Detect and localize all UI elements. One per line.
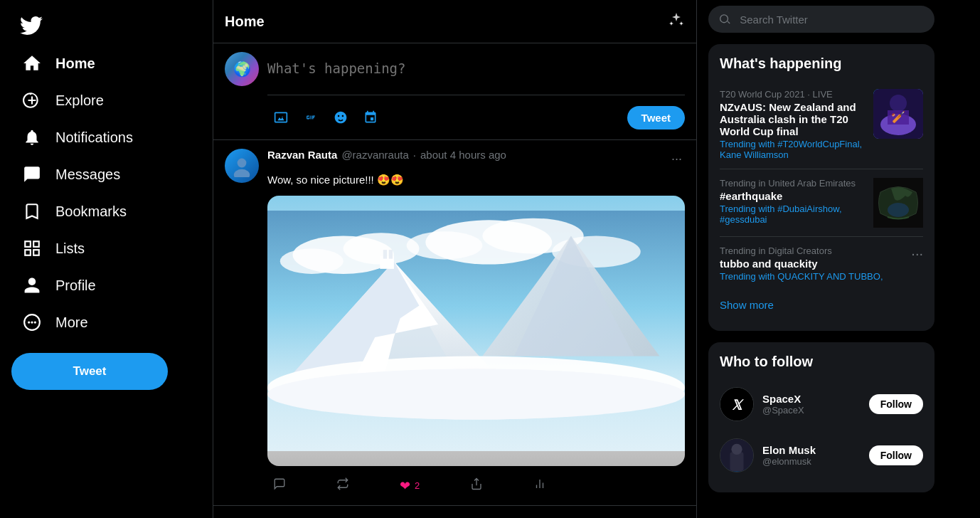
heart-icon: ❤ [400, 478, 410, 494]
trend-2-header: Trending in United Arab Emirates #earthq… [720, 178, 923, 228]
spacex-info: SpaceX @SpaceX [762, 393, 861, 416]
whats-happening-widget: What's happening T20 World Cup 2021 · LI… [708, 44, 934, 331]
svg-point-13 [280, 248, 343, 274]
analytics-button[interactable] [528, 475, 552, 497]
sidebar-item-lists[interactable]: Lists [11, 231, 201, 266]
svg-point-35 [888, 203, 909, 217]
sidebar-item-home[interactable]: Home [11, 46, 201, 81]
svg-rect-39 [730, 452, 743, 471]
search-wrap [708, 6, 934, 33]
tweet-author-name: Razvan Rauta [267, 149, 337, 161]
elon-info: Elon Musk @elonmusk [762, 444, 861, 467]
who-to-follow-widget: Who to follow 𝕏 SpaceX @SpaceX Follow El… [708, 342, 934, 492]
svg-rect-25 [383, 250, 387, 258]
tweet-card: Razvan Rauta @razvanrauta · about 4 hour… [213, 140, 696, 506]
compose-input[interactable] [267, 52, 685, 95]
profile-icon [23, 276, 41, 295]
trend-2-name: #earthquake [720, 190, 873, 202]
explore-label: Explore [55, 92, 104, 109]
search-input[interactable] [740, 14, 923, 26]
twitter-logo[interactable] [11, 6, 201, 43]
user-avatar: 🌍 [225, 52, 259, 86]
tweet-image[interactable] [267, 196, 685, 466]
share-icon [470, 477, 483, 494]
compose-box: 🌍 Tweet [213, 43, 696, 140]
elon-handle: @elonmusk [762, 456, 861, 467]
profile-label: Profile [55, 278, 96, 294]
spacex-name: SpaceX [762, 393, 861, 405]
bookmarks-icon [23, 202, 41, 221]
trend-item-2[interactable]: Trending in United Arab Emirates #earthq… [720, 169, 923, 237]
trend-item-1[interactable]: T20 World Cup 2021 · LIVE NZvAUS: New Ze… [720, 80, 923, 169]
trend-2-meta: Trending with #DubaiAirshow, #gessdubai [720, 204, 873, 225]
follow-item-elon: Elon Musk @elonmusk Follow [720, 430, 923, 481]
compose-tools [267, 104, 384, 131]
whats-happening-title: What's happening [720, 56, 923, 72]
compose-toolbar: Tweet [267, 104, 685, 131]
notifications-label: Notifications [55, 130, 133, 146]
spacex-avatar: 𝕏 [720, 387, 754, 421]
feed-title: Home [225, 14, 265, 30]
sparkle-icon[interactable] [668, 11, 685, 31]
tweet-top: Razvan Rauta @razvanrauta · about 4 hour… [225, 149, 685, 497]
reply-icon [273, 477, 286, 494]
main-feed: Home 🌍 [213, 0, 697, 518]
like-button[interactable]: ❤ 2 [394, 475, 425, 497]
show-more-link[interactable]: Show more [720, 290, 923, 319]
gif-tool[interactable] [297, 104, 324, 131]
tweet-button[interactable]: Tweet [11, 353, 168, 390]
sidebar-item-notifications[interactable]: Notifications [11, 120, 201, 155]
trend-1-meta: Trending with #T20WorldCupFinal, Kane Wi… [720, 139, 873, 160]
tweet-header: Razvan Rauta @razvanrauta · about 4 hour… [267, 149, 685, 169]
feed-header: Home [213, 0, 696, 43]
tweet-more-button[interactable]: ··· [669, 149, 685, 169]
sidebar-item-bookmarks[interactable]: Bookmarks [11, 194, 201, 229]
trend-item-3[interactable]: Trending in Digital Creators tubbo and q… [720, 237, 923, 290]
trend-1-name: NZvAUS: New Zealand and Australia clash … [720, 101, 873, 137]
sidebar-item-more[interactable]: More [11, 305, 201, 340]
follow-spacex-button[interactable]: Follow [869, 394, 923, 414]
elon-name: Elon Musk [762, 444, 861, 456]
trend-3-more[interactable]: ··· [911, 245, 923, 262]
sidebar-item-explore[interactable]: Explore [11, 83, 201, 118]
tweet-author-avatar[interactable] [225, 149, 259, 183]
tweet-time: · [413, 149, 416, 161]
svg-point-9 [234, 169, 250, 177]
svg-point-7 [34, 321, 36, 323]
schedule-tool[interactable] [357, 104, 384, 131]
tweet-content: Razvan Rauta @razvanrauta · about 4 hour… [267, 149, 685, 497]
home-label: Home [55, 56, 95, 72]
retweet-button[interactable] [331, 475, 355, 497]
tweet-actions: ❤ 2 [267, 475, 552, 497]
svg-rect-0 [25, 241, 31, 247]
emoji-tool[interactable] [327, 104, 354, 131]
svg-point-16 [407, 231, 483, 259]
search-box [708, 0, 934, 44]
trend-3-header: Trending in Digital Creators tubbo and q… [720, 245, 923, 282]
sidebar-item-profile[interactable]: Profile [11, 268, 201, 303]
svg-point-8 [238, 159, 247, 168]
trend-2-category: Trending in United Arab Emirates [720, 178, 873, 189]
search-icon [720, 13, 731, 26]
tweet-submit-button[interactable]: Tweet [627, 106, 685, 130]
follow-elon-button[interactable]: Follow [869, 445, 923, 465]
compose-right: Tweet [267, 52, 685, 131]
lists-label: Lists [55, 240, 85, 257]
more-label: More [55, 314, 88, 331]
bookmarks-label: Bookmarks [55, 204, 127, 220]
sidebar-item-messages[interactable]: Messages [11, 157, 201, 192]
reply-button[interactable] [267, 475, 292, 497]
tweet-image-inner [267, 196, 685, 466]
elon-avatar [720, 438, 754, 472]
trend-1-category: T20 World Cup 2021 · LIVE [720, 89, 873, 100]
notifications-icon [23, 128, 41, 147]
right-sidebar: What's happening T20 World Cup 2021 · LI… [697, 0, 946, 518]
svg-rect-1 [33, 241, 39, 247]
messages-icon [23, 165, 41, 184]
sidebar: Home Explore Notifications Messages Book… [0, 0, 213, 518]
tweet-timestamp: about 4 hours ago [420, 149, 506, 161]
svg-rect-2 [33, 250, 39, 255]
share-button[interactable] [464, 475, 489, 497]
image-tool[interactable] [267, 104, 294, 131]
more-icon [23, 313, 41, 332]
